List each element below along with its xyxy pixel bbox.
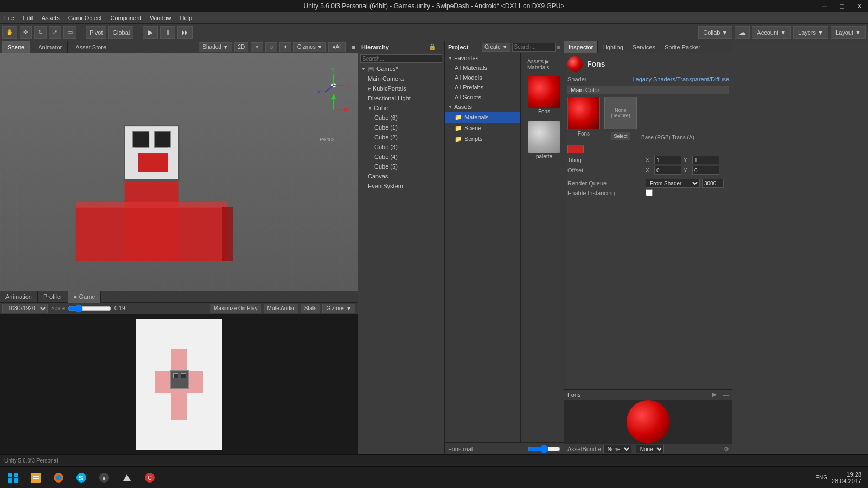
project-create-btn[interactable]: Create ▼: [482, 43, 510, 52]
tiling-x-input[interactable]: [654, 156, 681, 164]
maximize-button[interactable]: □: [833, 0, 851, 12]
tab-lighting[interactable]: Lighting: [598, 41, 628, 53]
hier-item-cube-6[interactable]: Cube (6): [358, 113, 444, 123]
layout-dropdown[interactable]: Layout ▼: [831, 26, 866, 39]
proj-scripts[interactable]: 📁 Scripts: [445, 133, 520, 144]
project-menu[interactable]: ≡: [557, 44, 560, 50]
proj-all-prefabs[interactable]: All Prefabs: [445, 82, 520, 92]
layers-dropdown[interactable]: Layers ▼: [793, 26, 828, 39]
rect-tool-btn[interactable]: ▭: [63, 26, 76, 39]
hier-item-eventsystem[interactable]: EventSystem: [358, 181, 444, 191]
step-button[interactable]: ⏭: [177, 26, 193, 39]
maximize-on-play-btn[interactable]: Maximize On Play: [210, 304, 261, 313]
taskbar-skype[interactable]: S: [71, 468, 92, 487]
tab-inspector[interactable]: Inspector: [564, 41, 598, 53]
taskbar-files[interactable]: [25, 468, 47, 487]
hier-item-cube-4[interactable]: Cube (4): [358, 152, 444, 162]
game-content[interactable]: [0, 314, 358, 454]
proj-materials[interactable]: 📁 Materials: [445, 112, 520, 123]
fons-zoom-slider[interactable]: [528, 446, 560, 452]
asset-palette[interactable]: palette: [525, 119, 563, 162]
enable-instancing-checkbox[interactable]: [646, 189, 653, 196]
texture-swatch[interactable]: None(Texture): [604, 97, 637, 129]
fons-preview-close[interactable]: —: [723, 391, 729, 398]
render-queue-value-input[interactable]: [702, 179, 724, 188]
taskbar-firefox[interactable]: [48, 468, 69, 487]
game-panel-btn[interactable]: ≡: [352, 293, 358, 300]
global-button[interactable]: Global: [108, 26, 133, 39]
move-tool-btn[interactable]: ✛: [20, 26, 32, 39]
minimize-button[interactable]: ─: [816, 0, 833, 12]
tab-game[interactable]: ● Game: [68, 291, 101, 303]
mute-audio-btn[interactable]: Mute Audio: [264, 304, 298, 313]
hierarchy-lock[interactable]: 🔒: [429, 43, 436, 50]
hier-item-kubicportals[interactable]: ▶ KubicPortals: [358, 84, 444, 93]
menu-help[interactable]: Help: [175, 12, 196, 24]
audio-button[interactable]: ♫: [265, 42, 277, 52]
tab-sprite-packer[interactable]: Sprite Packer: [660, 41, 705, 53]
proj-favorites[interactable]: ▼ Favorites: [445, 53, 520, 63]
tab-services[interactable]: Services: [628, 41, 660, 53]
offset-x-input[interactable]: [654, 166, 681, 175]
gizmos-dropdown[interactable]: Gizmos ▼: [293, 42, 327, 52]
hier-item-cube-5[interactable]: Cube (5): [358, 162, 444, 171]
tab-animator[interactable]: Animator: [33, 41, 68, 53]
taskbar-unity[interactable]: [116, 468, 138, 487]
hand-tool-btn[interactable]: ✋: [2, 26, 17, 39]
play-button[interactable]: ▶: [143, 26, 158, 39]
pivot-button[interactable]: Pivot: [86, 26, 106, 39]
account-dropdown[interactable]: Account ▼: [752, 26, 791, 39]
offset-y-input[interactable]: [692, 166, 719, 175]
menu-window[interactable]: Window: [145, 12, 175, 24]
menu-assets[interactable]: Assets: [37, 12, 64, 24]
fx-button[interactable]: ✦: [279, 42, 291, 52]
proj-all-scripts[interactable]: All Scripts: [445, 92, 520, 102]
scene-content[interactable]: X Y Z Persp: [0, 53, 358, 291]
color-accent-swatch[interactable]: [567, 145, 584, 153]
proj-assets[interactable]: ▼ Assets: [445, 102, 520, 112]
hier-item-canvas[interactable]: Canvas: [358, 171, 444, 181]
hier-item-cube[interactable]: ▼ Cube: [358, 103, 444, 113]
shader-value[interactable]: Legacy Shaders/Transparent/Diffuse: [632, 76, 729, 82]
close-button[interactable]: ✕: [851, 0, 868, 12]
shaded-dropdown[interactable]: Shaded ▼: [199, 42, 232, 52]
assetbundle-select[interactable]: None: [603, 445, 631, 453]
menu-edit[interactable]: Edit: [18, 12, 37, 24]
collab-dropdown[interactable]: Collab ▼: [698, 26, 732, 39]
lights-button[interactable]: ☀: [251, 42, 263, 52]
main-color-header[interactable]: Main Color: [567, 86, 729, 94]
tab-profiler[interactable]: Profiler: [38, 291, 68, 303]
resolution-select[interactable]: 1080x1920: [2, 304, 48, 313]
hier-item-main-camera[interactable]: Main Camera: [358, 74, 444, 84]
tab-asset-store[interactable]: Asset Store: [70, 41, 112, 53]
render-queue-dropdown[interactable]: From Shader Background Geometry Transpar…: [646, 179, 700, 188]
cloud-button[interactable]: ☁: [735, 26, 750, 39]
menu-component[interactable]: Component: [106, 12, 145, 24]
assetbundle-variant-select[interactable]: None: [636, 445, 664, 453]
game-gizmos-btn[interactable]: Gizmos ▼: [322, 304, 355, 313]
select-texture-btn[interactable]: Select: [611, 132, 630, 140]
taskbar-app6[interactable]: C: [139, 468, 161, 487]
assetbundle-icon[interactable]: ⚙: [724, 446, 729, 453]
hierarchy-menu[interactable]: ≡: [438, 43, 441, 50]
tiling-y-input[interactable]: [692, 156, 719, 164]
hier-item-games[interactable]: ▼ 🎮 Games*: [358, 64, 444, 74]
scale-tool-btn[interactable]: ⤢: [49, 26, 61, 39]
scale-slider[interactable]: [68, 306, 111, 311]
taskbar-app4[interactable]: ●: [93, 468, 115, 487]
pause-button[interactable]: ⏸: [160, 26, 175, 39]
hier-item-cube-1[interactable]: Cube (1): [358, 123, 444, 132]
main-color-swatch[interactable]: [567, 97, 600, 129]
rotate-tool-btn[interactable]: ↻: [34, 26, 47, 39]
asset-fons[interactable]: Fons: [525, 74, 563, 117]
hier-item-cube-3[interactable]: Cube (3): [358, 142, 444, 152]
fons-preview-menu[interactable]: ≡: [718, 391, 722, 398]
menu-file[interactable]: File: [0, 12, 18, 24]
proj-all-materials[interactable]: All Materials: [445, 63, 520, 73]
tab-animation[interactable]: Animation: [0, 291, 38, 303]
hier-item-cube-2[interactable]: Cube (2): [358, 132, 444, 142]
all-dropdown[interactable]: ●All: [328, 42, 345, 52]
tab-scene[interactable]: Scene: [2, 41, 30, 53]
fons-preview-play[interactable]: ▶: [712, 391, 717, 398]
2d-button[interactable]: 2D: [234, 42, 249, 52]
